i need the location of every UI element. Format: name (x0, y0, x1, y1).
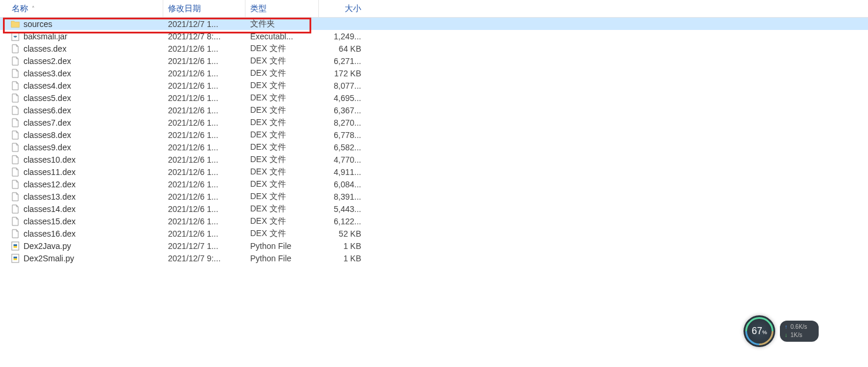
file-row[interactable]: classes9.dex2021/12/6 1...DEX 文件6,582... (0, 141, 868, 153)
file-name-cell[interactable]: classes7.dex (0, 118, 163, 127)
file-icon (11, 81, 20, 90)
file-name-label: baksmali.jar (23, 32, 68, 41)
folder-icon (11, 19, 20, 29)
file-row[interactable]: classes6.dex2021/12/6 1...DEX 文件6,367... (0, 104, 868, 116)
file-name-label: classes11.dex (23, 167, 76, 177)
network-stats[interactable]: ↑ 0.6K/s ↓ 1K/s (780, 321, 819, 342)
file-row[interactable]: sources2021/12/7 1...文件夹 (0, 18, 868, 30)
file-size-cell: 4,770... (319, 155, 366, 164)
file-date-cell: 2021/12/6 1... (163, 81, 245, 90)
file-size-cell: 6,122... (319, 217, 366, 226)
column-header-size[interactable]: 大小 (319, 0, 366, 17)
column-header-type[interactable]: 类型 (245, 0, 319, 17)
file-list: 名称 ˄ 修改日期 类型 大小 sources2021/12/7 1...文件夹… (0, 0, 868, 264)
file-size-cell: 1,249... (319, 32, 366, 41)
file-row[interactable]: classes8.dex2021/12/6 1...DEX 文件6,778... (0, 129, 868, 141)
file-date-cell: 2021/12/6 1... (163, 192, 245, 201)
system-monitor-widget[interactable]: 67% ↑ 0.6K/s ↓ 1K/s (743, 315, 819, 347)
file-date-cell: 2021/12/6 1... (163, 44, 245, 53)
file-row[interactable]: classes.dex2021/12/6 1...DEX 文件64 KB (0, 42, 868, 55)
gauge-ring-icon (739, 311, 779, 351)
file-name-cell[interactable]: classes11.dex (0, 167, 163, 177)
file-date-cell: 2021/12/6 1... (163, 118, 245, 127)
file-name-label: classes.dex (23, 44, 66, 53)
file-size-cell: 64 KB (319, 44, 366, 53)
upload-speed: 0.6K/s (790, 323, 807, 331)
file-type-cell: Python File (245, 254, 319, 263)
file-row[interactable]: Dex2Smali.py2021/12/7 9:...Python File1 … (0, 252, 868, 264)
file-type-cell: DEX 文件 (245, 105, 319, 116)
file-name-cell[interactable]: classes9.dex (0, 143, 163, 152)
file-name-cell[interactable]: Dex2Smali.py (0, 254, 163, 263)
file-name-cell[interactable]: Dex2Java.py (0, 241, 163, 251)
file-row[interactable]: classes15.dex2021/12/6 1...DEX 文件6,122..… (0, 215, 868, 227)
file-type-cell: DEX 文件 (245, 56, 319, 66)
column-size-label: 大小 (345, 4, 361, 14)
file-type-cell: DEX 文件 (245, 191, 319, 202)
jar-file-icon (11, 32, 20, 41)
file-type-cell: DEX 文件 (245, 228, 319, 239)
file-date-cell: 2021/12/7 1... (163, 19, 245, 29)
file-row[interactable]: baksmali.jar2021/12/7 8:...Executabl...1… (0, 30, 868, 42)
file-date-cell: 2021/12/6 1... (163, 180, 245, 189)
file-name-cell[interactable]: sources (0, 19, 163, 29)
file-icon (11, 56, 20, 66)
file-name-label: classes6.dex (23, 106, 71, 115)
file-date-cell: 2021/12/6 1... (163, 130, 245, 140)
file-date-cell: 2021/12/7 1... (163, 241, 245, 251)
python-file-icon (11, 241, 20, 251)
file-name-cell[interactable]: baksmali.jar (0, 32, 163, 41)
file-type-cell: DEX 文件 (245, 216, 319, 227)
file-name-cell[interactable]: classes4.dex (0, 81, 163, 90)
file-name-cell[interactable]: classes3.dex (0, 69, 163, 78)
file-row[interactable]: classes13.dex2021/12/6 1...DEX 文件8,391..… (0, 190, 868, 203)
file-type-cell: DEX 文件 (245, 80, 319, 91)
file-name-cell[interactable]: classes13.dex (0, 192, 163, 201)
cpu-gauge[interactable]: 67% (743, 315, 775, 347)
file-date-cell: 2021/12/6 1... (163, 143, 245, 152)
upload-arrow-icon: ↑ (785, 323, 788, 331)
column-type-label: 类型 (250, 4, 267, 14)
column-header-date[interactable]: 修改日期 (163, 0, 245, 17)
file-icon (11, 93, 20, 103)
file-type-cell: DEX 文件 (245, 204, 319, 214)
file-row[interactable]: classes5.dex2021/12/6 1...DEX 文件4,695... (0, 92, 868, 104)
file-size-cell: 1 KB (319, 254, 366, 263)
file-name-cell[interactable]: classes16.dex (0, 229, 163, 238)
file-size-cell: 4,911... (319, 167, 366, 177)
file-name-cell[interactable]: classes15.dex (0, 217, 163, 226)
file-row[interactable]: classes3.dex2021/12/6 1...DEX 文件172 KB (0, 67, 868, 79)
file-row[interactable]: Dex2Java.py2021/12/7 1...Python File1 KB (0, 240, 868, 252)
file-name-cell[interactable]: classes.dex (0, 44, 163, 53)
file-row[interactable]: classes7.dex2021/12/6 1...DEX 文件8,270... (0, 116, 868, 129)
file-name-label: classes7.dex (23, 118, 71, 127)
file-name-cell[interactable]: classes6.dex (0, 106, 163, 115)
file-row[interactable]: classes14.dex2021/12/6 1...DEX 文件5,443..… (0, 203, 868, 215)
file-name-cell[interactable]: classes5.dex (0, 93, 163, 103)
file-name-cell[interactable]: classes2.dex (0, 56, 163, 66)
file-name-cell[interactable]: classes14.dex (0, 204, 163, 214)
file-date-cell: 2021/12/6 1... (163, 229, 245, 238)
file-icon (11, 229, 20, 238)
file-name-label: classes2.dex (23, 56, 71, 66)
file-row[interactable]: classes2.dex2021/12/6 1...DEX 文件6,271... (0, 55, 868, 67)
column-header-name[interactable]: 名称 ˄ (0, 0, 163, 17)
file-icon (11, 180, 20, 189)
file-icon (11, 106, 20, 115)
download-speed: 1K/s (790, 331, 802, 339)
file-name-cell[interactable]: classes12.dex (0, 180, 163, 189)
file-size-cell: 4,695... (319, 93, 366, 103)
column-header-row: 名称 ˄ 修改日期 类型 大小 (0, 0, 868, 18)
file-row[interactable]: classes16.dex2021/12/6 1...DEX 文件52 KB (0, 227, 868, 240)
file-name-cell[interactable]: classes8.dex (0, 130, 163, 140)
file-size-cell: 8,391... (319, 192, 366, 201)
file-size-cell: 6,271... (319, 56, 366, 66)
file-row[interactable]: classes11.dex2021/12/6 1...DEX 文件4,911..… (0, 166, 868, 178)
file-row[interactable]: classes10.dex2021/12/6 1...DEX 文件4,770..… (0, 153, 868, 166)
file-row[interactable]: classes12.dex2021/12/6 1...DEX 文件6,084..… (0, 178, 868, 190)
file-icon (11, 44, 20, 53)
file-row[interactable]: classes4.dex2021/12/6 1...DEX 文件8,077... (0, 79, 868, 92)
file-date-cell: 2021/12/6 1... (163, 93, 245, 103)
file-name-label: classes13.dex (23, 192, 76, 201)
file-name-cell[interactable]: classes10.dex (0, 155, 163, 164)
